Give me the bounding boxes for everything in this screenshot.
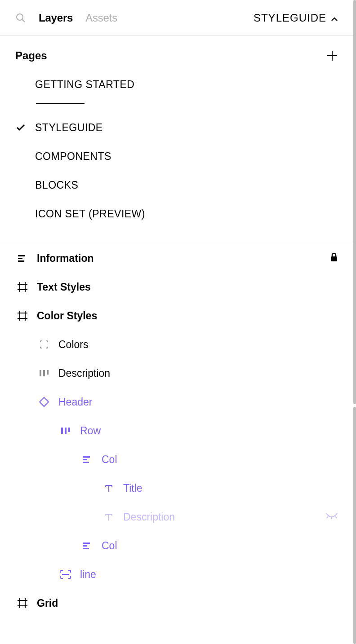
svg-point-0 bbox=[17, 14, 23, 20]
pages-header: Pages bbox=[0, 36, 353, 70]
pages-heading: Pages bbox=[15, 49, 47, 62]
layer-label: Row bbox=[80, 425, 101, 437]
layer-row[interactable]: Grid bbox=[0, 589, 353, 618]
svg-rect-18 bbox=[47, 370, 49, 375]
chevron-up-icon bbox=[331, 12, 338, 24]
svg-line-28 bbox=[335, 516, 337, 518]
page-item-label: COMPONENTS bbox=[35, 150, 111, 163]
svg-marker-19 bbox=[40, 397, 49, 406]
svg-rect-23 bbox=[83, 456, 90, 458]
autolayout-h-icon bbox=[38, 369, 50, 378]
svg-rect-21 bbox=[65, 428, 67, 434]
text-purple-faded-icon bbox=[102, 512, 115, 521]
layer-label: Text Styles bbox=[37, 281, 91, 293]
layer-row[interactable]: Description bbox=[0, 503, 353, 531]
page-dropdown[interactable]: STYLEGUIDE bbox=[254, 12, 338, 24]
lock-icon[interactable] bbox=[330, 252, 338, 264]
svg-line-26 bbox=[327, 516, 328, 518]
page-dropdown-label: STYLEGUIDE bbox=[254, 12, 326, 24]
layer-row[interactable]: Text Styles bbox=[0, 273, 353, 301]
page-item[interactable]: GETTING STARTED bbox=[15, 70, 338, 99]
component-icon bbox=[38, 397, 50, 407]
layer-row[interactable]: Header bbox=[0, 388, 353, 416]
svg-rect-24 bbox=[83, 459, 87, 460]
line-frame-purple-icon bbox=[59, 569, 72, 580]
layer-label: Description bbox=[58, 367, 110, 379]
text-block-icon bbox=[16, 254, 29, 262]
layer-label: Colors bbox=[58, 339, 88, 351]
svg-rect-4 bbox=[18, 255, 25, 256]
scrollbar-thumb-bottom[interactable] bbox=[353, 407, 356, 644]
panel-topbar: Layers Assets STYLEGUIDE bbox=[0, 0, 353, 36]
layer-label: Col bbox=[102, 454, 117, 466]
slice-icon bbox=[38, 340, 50, 349]
layer-row[interactable]: Row bbox=[0, 416, 353, 445]
svg-rect-16 bbox=[40, 370, 41, 376]
page-item-label: STYLEGUIDE bbox=[35, 122, 103, 134]
layer-label: Header bbox=[58, 396, 92, 408]
tab-assets[interactable]: Assets bbox=[85, 12, 117, 24]
tab-layers[interactable]: Layers bbox=[39, 12, 73, 24]
page-item[interactable]: COMPONENTS bbox=[15, 142, 338, 171]
layer-row[interactable]: Description bbox=[0, 359, 353, 388]
svg-rect-5 bbox=[18, 258, 22, 259]
svg-rect-7 bbox=[331, 256, 337, 261]
add-page-button[interactable] bbox=[326, 50, 338, 62]
layer-row[interactable]: Title bbox=[0, 474, 353, 503]
text-purple-icon bbox=[102, 484, 115, 493]
scrollbar-thumb-top[interactable] bbox=[353, 0, 356, 404]
svg-rect-30 bbox=[83, 545, 87, 547]
scrollbar-track bbox=[353, 0, 356, 644]
page-divider bbox=[36, 103, 85, 104]
hidden-eye-icon[interactable] bbox=[325, 512, 338, 521]
page-item-label: ICON SET (PREVIEW) bbox=[35, 208, 145, 220]
layer-label: Grid bbox=[37, 597, 58, 609]
layer-label: Color Styles bbox=[37, 310, 97, 322]
svg-rect-17 bbox=[43, 370, 45, 376]
search-icon[interactable] bbox=[15, 13, 26, 23]
svg-rect-31 bbox=[83, 548, 89, 549]
frame-icon bbox=[16, 310, 29, 321]
svg-rect-20 bbox=[61, 428, 63, 434]
frame-icon bbox=[16, 598, 29, 609]
page-item[interactable]: STYLEGUIDE bbox=[15, 113, 338, 142]
layer-tree: InformationText StylesColor StylesColors… bbox=[0, 241, 353, 618]
layer-label: line bbox=[80, 569, 96, 581]
layer-label: Col bbox=[102, 540, 117, 552]
svg-rect-22 bbox=[68, 428, 70, 432]
autolayout-v-purple-icon bbox=[81, 455, 93, 463]
page-item-label: GETTING STARTED bbox=[35, 79, 134, 91]
layer-row[interactable]: Information bbox=[0, 244, 353, 273]
pages-list: GETTING STARTEDSTYLEGUIDECOMPONENTSBLOCK… bbox=[0, 70, 353, 241]
layer-row[interactable]: line bbox=[0, 560, 353, 589]
svg-rect-6 bbox=[18, 260, 24, 262]
layer-row[interactable]: Col bbox=[0, 531, 353, 560]
layer-row[interactable]: Colors bbox=[0, 330, 353, 359]
frame-icon bbox=[16, 282, 29, 292]
svg-rect-29 bbox=[83, 543, 90, 544]
svg-line-1 bbox=[22, 19, 25, 22]
autolayout-h-purple-icon bbox=[59, 426, 72, 435]
svg-rect-25 bbox=[83, 462, 89, 463]
layer-row[interactable]: Color Styles bbox=[0, 301, 353, 330]
autolayout-v-purple-icon bbox=[81, 542, 93, 550]
page-item-label: BLOCKS bbox=[35, 179, 78, 191]
page-item[interactable]: ICON SET (PREVIEW) bbox=[15, 199, 338, 228]
page-item[interactable]: BLOCKS bbox=[15, 171, 338, 199]
layer-label: Title bbox=[123, 482, 142, 494]
layer-label: Description bbox=[123, 511, 175, 523]
layer-label: Information bbox=[37, 252, 94, 265]
layer-row[interactable]: Col bbox=[0, 445, 353, 474]
page-selected-check-icon bbox=[15, 124, 26, 131]
